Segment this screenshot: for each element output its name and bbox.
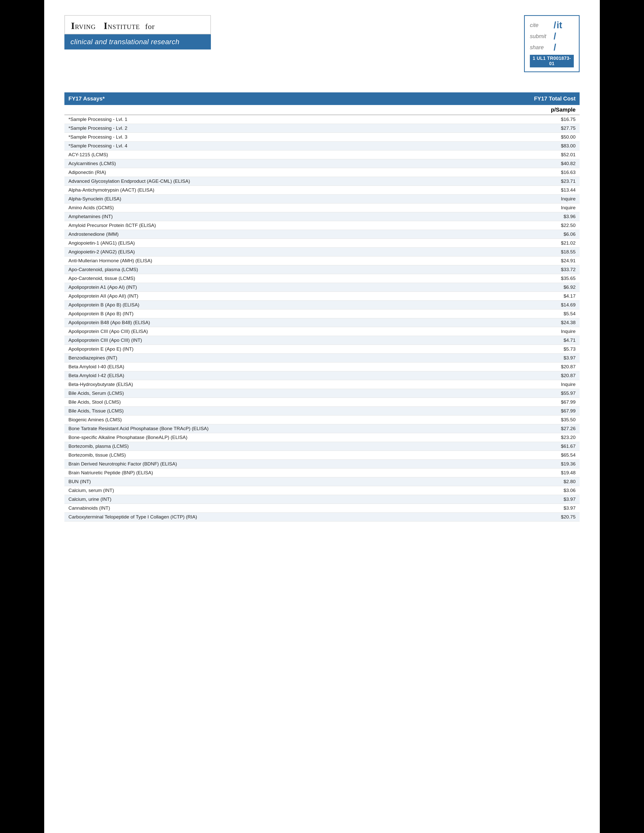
assay-cost: Inquire [451,195,580,203]
table-row: ACY-1215 (LCMS)$52.01 [64,150,580,159]
assay-cost: $20.75 [451,513,580,521]
table-header-row-2: p/Sample [64,105,580,115]
assay-name: Bone Tartrate Resistant Acid Phosphatase… [64,425,451,433]
logo-top: Irving Institute for [64,15,211,34]
assay-name: Alpha-Antichymotrypsin (AACT) (ELISA) [64,186,451,195]
table-row: Bone-specific Alkaline Phosphatase (Bone… [64,433,580,442]
cite-id: 1 UL1 TR001873-01 [530,55,574,68]
assay-cost: $61.67 [451,442,580,451]
assay-name: *Sample Processing - Lvl. 4 [64,142,451,150]
assay-name: Carboxyterminal Telopeptide of Type I Co… [64,513,451,521]
table-row: Amphetamines (INT)$3.96 [64,212,580,221]
assay-name: Apolipoprotein B (Apo B) (INT) [64,309,451,318]
table-row: *Sample Processing - Lvl. 2$27.75 [64,124,580,133]
assay-cost: $18.55 [451,248,580,256]
assay-name: Apolipoprotein CIII (Apo CIII) (ELISA) [64,327,451,336]
assay-name: Acylcarnitines (LCMS) [64,159,451,168]
table-row: Brain Natriuretic Peptide (BNP) (ELISA)$… [64,468,580,477]
table-row: BUN (INT)$2.80 [64,477,580,486]
assay-cost: $6.92 [451,283,580,292]
assay-cost: $21.02 [451,239,580,248]
table-row: Advanced Glycosylation Endproduct (AGE-C… [64,177,580,186]
assay-name: Beta-Hydroxybutyrate (ELISA) [64,380,451,389]
assay-cost: $83.00 [451,142,580,150]
assay-cost: $20.87 [451,371,580,380]
assay-cost: $3.06 [451,486,580,495]
table-row: Apolipoprotein B (Apo B) (ELISA)$14.69 [64,301,580,309]
assay-cost: $22.50 [451,221,580,230]
assay-cost: $16.63 [451,168,580,177]
assay-name: Angiopoietin-2 (ANG2) (ELISA) [64,248,451,256]
cite-word-3: share [530,44,552,51]
table-row: Anti-Mullerian Hormone (AMH) (ELISA)$24.… [64,256,580,265]
assay-name: Brain Derived Neurotrophic Factor (BDNF)… [64,460,451,468]
assay-cost: $27.26 [451,425,580,433]
table-row: Bortezomib, plasma (LCMS)$61.67 [64,442,580,451]
logo-title: Irving Institute for [71,20,204,31]
assay-name: Amyloid Precursor Protein ßCTF (ELISA) [64,221,451,230]
assay-cost: $20.87 [451,362,580,371]
assay-name: Angiopoietin-1 (ANG1) (ELISA) [64,239,451,248]
col2-sub: p/Sample [451,105,580,115]
assay-name: Apolipoprotein A1 (Apo AI) (INT) [64,283,451,292]
table-row: Calcium, urine (INT)$3.97 [64,495,580,504]
table-row: Apolipoprotein E (Apo E) (INT)$5.73 [64,345,580,354]
assay-name: Apolipoprotein B (Apo B) (ELISA) [64,301,451,309]
assay-cost: $4.17 [451,292,580,301]
assay-cost: $52.01 [451,150,580,159]
cite-word-1: cite [530,22,552,29]
cite-badge: cite / it submit / share / 1 UL1 TR00187… [524,15,580,72]
assay-name: Bortezomib, tissue (LCMS) [64,451,451,460]
table-row: Angiopoietin-2 (ANG2) (ELISA)$18.55 [64,248,580,256]
assay-cost: $67.99 [451,407,580,415]
assay-cost: $16.75 [451,115,580,124]
assay-cost: Inquire [451,327,580,336]
assay-cost: $65.54 [451,451,580,460]
table-row: Apo-Carotenoid, plasma (LCMS)$33.72 [64,265,580,274]
assay-cost: $6.06 [451,230,580,239]
table-row: Alpha-Synuclein (ELISA)Inquire [64,195,580,203]
assay-cost: $5.73 [451,345,580,354]
table-row: Beta Amyloid I-40 (ELISA)$20.87 [64,362,580,371]
col1-header: FY17 Assays* [64,92,451,105]
assay-name: ACY-1215 (LCMS) [64,150,451,159]
logo-block: Irving Institute for clinical and transl… [64,15,211,50]
assay-name: Adiponectin (RIA) [64,168,451,177]
col2-header: FY17 Total Cost [451,92,580,105]
assay-name: Cannabinoids (INT) [64,504,451,513]
table-row: *Sample Processing - Lvl. 3$50.00 [64,133,580,142]
cite-word-2: submit [530,33,552,40]
assay-cost: $19.36 [451,460,580,468]
assay-name: Brain Natriuretic Peptide (BNP) (ELISA) [64,468,451,477]
assay-name: Benzodiazepines (INT) [64,354,451,362]
assay-name: *Sample Processing - Lvl. 1 [64,115,451,124]
assay-cost: $3.97 [451,495,580,504]
table-row: *Sample Processing - Lvl. 4$83.00 [64,142,580,150]
table-row: Apo-Carotenoid, tissue (LCMS)$35.65 [64,274,580,283]
assay-cost: $23.71 [451,177,580,186]
table-row: Bile Acids, Tissue (LCMS)$67.99 [64,407,580,415]
assay-cost: $24.91 [451,256,580,265]
table-row: Apolipoprotein AII (Apo AII) (INT)$4.17 [64,292,580,301]
assay-name: Androstenedione (IMM) [64,230,451,239]
header: Irving Institute for clinical and transl… [64,15,580,72]
assay-name: Apolipoprotein E (Apo E) (INT) [64,345,451,354]
table-row: Alpha-Antichymotrypsin (AACT) (ELISA)$13… [64,186,580,195]
table-row: Bile Acids, Serum (LCMS)$55.97 [64,389,580,398]
table-row: Apolipoprotein A1 (Apo AI) (INT)$6.92 [64,283,580,292]
assay-name: *Sample Processing - Lvl. 3 [64,133,451,142]
assay-name: Apolipoprotein CIII (Apo CIII) (INT) [64,336,451,345]
table-row: Apolipoprotein CIII (Apo CIII) (ELISA)In… [64,327,580,336]
table-row: Apolipoprotein CIII (Apo CIII) (INT)$4.7… [64,336,580,345]
table-row: Apolipoprotein B48 (Apo B48) (ELISA)$24.… [64,318,580,327]
assay-cost: Inquire [451,203,580,212]
assay-cost: $40.82 [451,159,580,168]
table-row: Adiponectin (RIA)$16.63 [64,168,580,177]
assay-name: Amphetamines (INT) [64,212,451,221]
assay-name: Calcium, urine (INT) [64,495,451,504]
assay-name: Amino Acids (GCMS) [64,203,451,212]
assay-cost: $2.80 [451,477,580,486]
table-row: Benzodiazepines (INT)$3.97 [64,354,580,362]
table-row: Cannabinoids (INT)$3.97 [64,504,580,513]
assay-cost: $55.97 [451,389,580,398]
